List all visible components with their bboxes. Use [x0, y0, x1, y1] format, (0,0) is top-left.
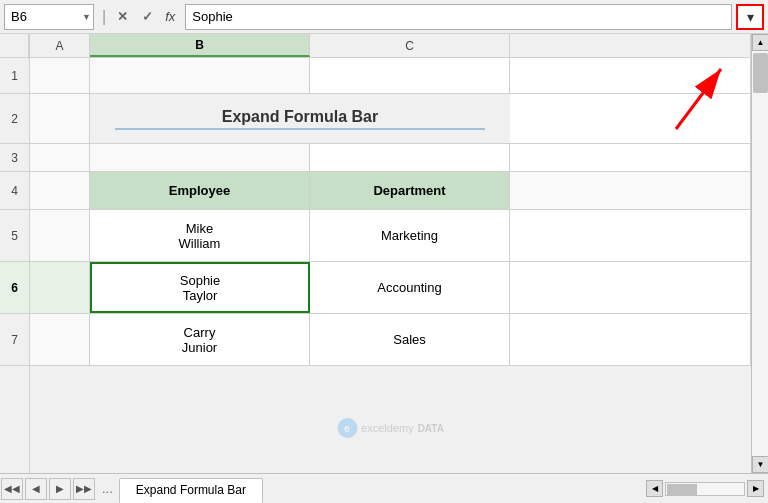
tab-nav-first-button[interactable]: ◀◀	[1, 478, 23, 500]
formula-confirm-button[interactable]: ✓	[136, 6, 158, 28]
hscroll-thumb[interactable]	[667, 484, 697, 496]
scrollbar-thumb[interactable]	[753, 53, 768, 93]
scroll-down-button[interactable]: ▼	[752, 456, 768, 473]
cell-b7-line2: Junior	[182, 340, 217, 355]
cell-department-header[interactable]: Department	[310, 172, 510, 209]
excel-window: B6 ▼ | ✕ ✓ fx ▾ 1 2	[0, 0, 768, 503]
cell-rest-3	[510, 144, 751, 171]
col-header-a[interactable]: A	[30, 34, 90, 57]
cell-rest-2	[510, 94, 751, 143]
rows-container: Expand Formula Bar Employee	[30, 58, 751, 473]
cell-a6[interactable]	[30, 262, 90, 313]
cell-b5-line2: William	[179, 236, 221, 251]
scroll-up-button[interactable]: ▲	[752, 34, 768, 51]
title-underline	[115, 128, 486, 130]
scroll-up-icon: ▲	[757, 38, 765, 47]
grid-row-1	[30, 58, 751, 94]
cell-rest-4	[510, 172, 751, 209]
grid-row-5: Mike William Marketing	[30, 210, 751, 262]
corner-cell	[0, 34, 29, 58]
cell-b3[interactable]	[90, 144, 310, 171]
cell-b6-line1: Sophie	[180, 273, 220, 288]
cell-b1[interactable]	[90, 58, 310, 93]
vertical-scrollbar: ▲ ▼	[751, 34, 768, 473]
col-header-b[interactable]: B	[90, 34, 310, 57]
cell-b6-selected[interactable]: Sophie Taylor	[90, 262, 310, 313]
cell-rest-1	[510, 58, 751, 93]
watermark-logo: e	[337, 418, 357, 438]
cell-b7-line1: Carry	[184, 325, 216, 340]
formula-cancel-button[interactable]: ✕	[111, 6, 133, 28]
grid-row-3	[30, 144, 751, 172]
formula-bar: B6 ▼ | ✕ ✓ fx ▾	[0, 0, 768, 34]
hscroll-track[interactable]	[665, 482, 745, 496]
cell-b5[interactable]: Mike William	[90, 210, 310, 261]
name-box[interactable]: B6 ▼	[4, 4, 94, 30]
grid-content: A B C	[30, 34, 751, 473]
name-box-value: B6	[11, 9, 27, 24]
grid-row-4: Employee Department	[30, 172, 751, 210]
hscroll-right-button[interactable]: ▶	[747, 480, 764, 497]
cell-title[interactable]: Expand Formula Bar	[90, 94, 510, 143]
tab-dots[interactable]: ...	[96, 481, 119, 496]
row-number-5[interactable]: 5	[0, 210, 29, 262]
cell-rest-7	[510, 314, 751, 365]
cell-a7[interactable]	[30, 314, 90, 365]
spreadsheet-area: 1 2 3 4 5 6 7	[0, 34, 768, 473]
cell-a1[interactable]	[30, 58, 90, 93]
grid-row-2: Expand Formula Bar	[30, 94, 751, 144]
name-box-dropdown-icon[interactable]: ▼	[82, 12, 91, 22]
cell-c1[interactable]	[310, 58, 510, 93]
formula-buttons: | ✕ ✓ fx	[96, 6, 183, 28]
watermark: e exceldemy DATA	[337, 418, 444, 438]
cell-a3[interactable]	[30, 144, 90, 171]
hscroll-left-icon: ◀	[652, 484, 658, 493]
cell-a5[interactable]	[30, 210, 90, 261]
horizontal-scrollbar: ◀ ▶	[646, 480, 768, 497]
row-number-1[interactable]: 1	[0, 58, 29, 94]
spreadsheet-title: Expand Formula Bar	[222, 108, 378, 126]
grid-row-6: Sophie Taylor Accounting	[30, 262, 751, 314]
hscroll-right-icon: ▶	[753, 484, 759, 493]
cell-a2[interactable]	[30, 94, 90, 143]
chevron-down-icon: ▾	[747, 9, 754, 25]
sheet-tab-active[interactable]: Expand Formula Bar	[119, 478, 263, 504]
row-number-6[interactable]: 6	[0, 262, 29, 314]
fx-label: fx	[161, 9, 179, 24]
expand-formula-bar-button[interactable]: ▾	[736, 4, 764, 30]
cell-rest-6	[510, 262, 751, 313]
grid-row-7: Carry Junior Sales	[30, 314, 751, 366]
cell-c3[interactable]	[310, 144, 510, 171]
cell-rest-5	[510, 210, 751, 261]
cell-b6-line2: Taylor	[183, 288, 218, 303]
cell-c5[interactable]: Marketing	[310, 210, 510, 261]
scrollbar-track[interactable]	[752, 51, 768, 456]
cell-b7[interactable]: Carry Junior	[90, 314, 310, 365]
formula-input[interactable]	[185, 4, 732, 30]
watermark-text: exceldemy	[361, 422, 414, 434]
col-header-rest	[510, 34, 751, 57]
row-numbers: 1 2 3 4 5 6 7	[0, 34, 30, 473]
col-header-c[interactable]: C	[310, 34, 510, 57]
cell-b5-line1: Mike	[186, 221, 213, 236]
cell-c6[interactable]: Accounting	[310, 262, 510, 313]
row-number-7[interactable]: 7	[0, 314, 29, 366]
scroll-down-icon: ▼	[757, 460, 765, 469]
row-number-2[interactable]: 2	[0, 94, 29, 144]
cell-c7[interactable]: Sales	[310, 314, 510, 365]
column-headers: A B C	[30, 34, 751, 58]
tab-bar: ◀◀ ◀ ▶ ▶▶ ... Expand Formula Bar ◀ ▶	[0, 473, 768, 503]
tab-nav-prev-button[interactable]: ◀	[25, 478, 47, 500]
row-number-3[interactable]: 3	[0, 144, 29, 172]
cell-a4[interactable]	[30, 172, 90, 209]
tab-nav-last-button[interactable]: ▶▶	[73, 478, 95, 500]
cell-employee-header[interactable]: Employee	[90, 172, 310, 209]
hscroll-left-button[interactable]: ◀	[646, 480, 663, 497]
watermark-subtext: DATA	[418, 423, 444, 434]
row-number-4[interactable]: 4	[0, 172, 29, 210]
sheet-tab-label: Expand Formula Bar	[136, 483, 246, 497]
tab-nav-next-button[interactable]: ▶	[49, 478, 71, 500]
